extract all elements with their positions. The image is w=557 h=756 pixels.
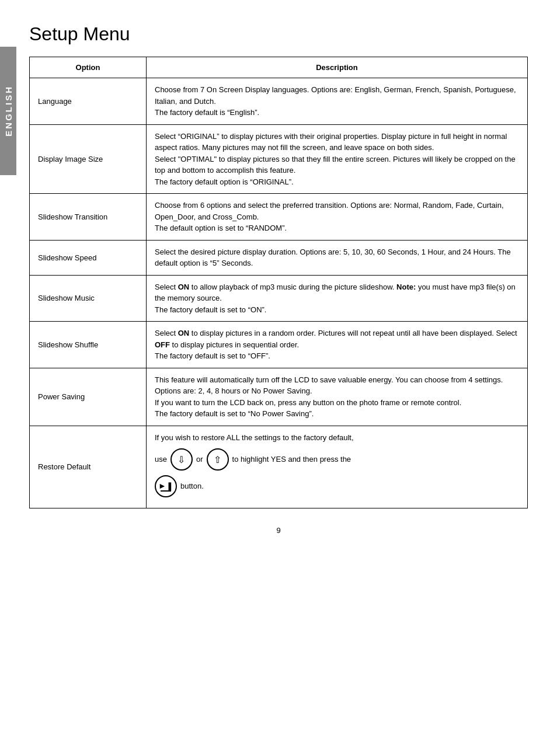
col-header-option: Option — [30, 57, 147, 78]
up-arrow-icon: ⇧ — [207, 448, 229, 471]
desc-slideshow-transition: Choose from 6 options and select the pre… — [147, 194, 528, 241]
table-row: Slideshow Transition Choose from 6 optio… — [30, 194, 528, 241]
desc-display-image-size: Select “ORIGINAL” to display pictures wi… — [147, 124, 528, 194]
option-display-image-size: Display Image Size — [30, 124, 147, 194]
side-tab-label: ENGLISH — [4, 85, 13, 137]
desc-restore-default: If you wish to restore ALL the settings … — [147, 426, 528, 508]
table-row: Restore Default If you wish to restore A… — [30, 426, 528, 508]
restore-button-text: button. — [180, 480, 204, 493]
desc-power-saving: This feature will automatically turn off… — [147, 368, 528, 426]
bold-off: OFF — [155, 340, 170, 349]
restore-description: If you wish to restore ALL the settings … — [155, 432, 519, 498]
table-row: Language Choose from 7 On Screen Display… — [30, 78, 528, 125]
desc-language: Choose from 7 On Screen Display language… — [147, 78, 528, 125]
option-slideshow-speed: Slideshow Speed — [30, 240, 147, 275]
restore-line2: use ⇩ or ⇧ to highlight YES and then pre… — [155, 448, 519, 471]
bold-on: ON — [178, 283, 190, 291]
table-row: Display Image Size Select “ORIGINAL” to … — [30, 124, 528, 194]
restore-use-text: use — [155, 454, 167, 466]
table-header-row: Option Description — [30, 57, 528, 78]
bold-on2: ON — [178, 329, 190, 337]
option-slideshow-shuffle: Slideshow Shuffle — [30, 322, 147, 368]
side-tab: ENGLISH — [0, 47, 16, 175]
play-line — [161, 490, 171, 492]
restore-highlight-text: to highlight YES and then press the — [232, 454, 351, 466]
desc-slideshow-music: Select ON to allow playback of mp3 music… — [147, 275, 528, 322]
option-restore-default: Restore Default — [30, 426, 147, 508]
page-title: Setup Menu — [29, 23, 528, 45]
restore-line1: If you wish to restore ALL the settings … — [155, 432, 519, 444]
play-symbol: ►❚ — [158, 482, 173, 490]
table-row: Slideshow Speed Select the desired pictu… — [30, 240, 528, 275]
page-content: Setup Menu Option Description Language C… — [29, 0, 528, 570]
down-arrow-icon: ⇩ — [170, 448, 193, 471]
col-header-description: Description — [147, 57, 528, 78]
desc-slideshow-shuffle: Select ON to display pictures in a rando… — [147, 322, 528, 368]
restore-or-text: or — [196, 454, 203, 466]
bold-note: Note: — [396, 283, 416, 291]
option-power-saving: Power Saving — [30, 368, 147, 426]
setup-table: Option Description Language Choose from … — [29, 57, 528, 508]
option-slideshow-music: Slideshow Music — [30, 275, 147, 322]
table-row: Slideshow Music Select ON to allow playb… — [30, 275, 528, 322]
play-button-icon: ►❚ — [155, 475, 177, 497]
option-slideshow-transition: Slideshow Transition — [30, 194, 147, 241]
desc-slideshow-speed: Select the desired picture display durat… — [147, 240, 528, 275]
table-row: Power Saving This feature will automatic… — [30, 368, 528, 426]
option-language: Language — [30, 78, 147, 125]
restore-line3: ►❚ button. — [155, 475, 519, 497]
table-row: Slideshow Shuffle Select ON to display p… — [30, 322, 528, 368]
page-number: 9 — [29, 526, 528, 535]
